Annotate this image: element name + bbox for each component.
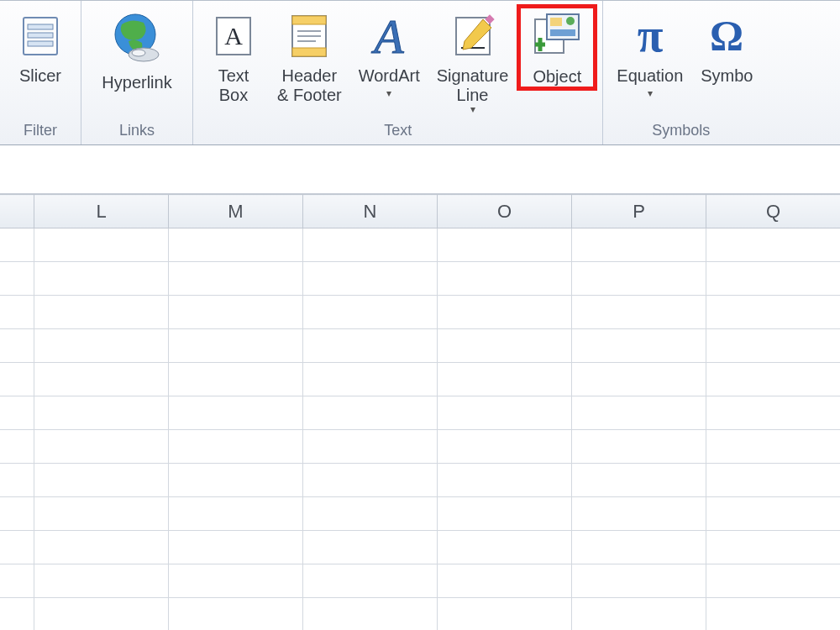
cell[interactable] — [303, 497, 438, 531]
cell[interactable] — [0, 464, 34, 497]
cell[interactable] — [438, 497, 572, 531]
cell[interactable] — [706, 363, 841, 396]
column-header[interactable]: M — [169, 195, 303, 228]
cell[interactable] — [438, 396, 572, 430]
object-button[interactable]: Object — [517, 4, 597, 91]
cell[interactable] — [303, 296, 438, 329]
cell[interactable] — [34, 228, 169, 262]
table-row[interactable] — [0, 329, 840, 363]
cell[interactable] — [0, 497, 34, 531]
cell[interactable] — [0, 329, 34, 363]
column-header[interactable] — [0, 195, 34, 228]
column-header[interactable]: L — [34, 195, 169, 228]
cell[interactable] — [0, 531, 34, 564]
cell[interactable] — [0, 564, 34, 598]
table-row[interactable] — [0, 564, 840, 598]
column-headers[interactable]: LMNOPQ — [0, 195, 840, 228]
cell[interactable] — [34, 329, 169, 363]
cell[interactable] — [169, 430, 303, 464]
cell[interactable] — [438, 296, 572, 329]
cell[interactable] — [303, 564, 438, 598]
cell[interactable] — [34, 464, 169, 497]
cell[interactable] — [706, 396, 841, 430]
symbol-button[interactable]: Ω Symbo — [691, 4, 753, 89]
hyperlink-button[interactable]: Hyperlink — [87, 4, 187, 96]
cell[interactable] — [34, 497, 169, 531]
table-row[interactable] — [0, 228, 840, 262]
cell[interactable] — [706, 464, 841, 497]
cell[interactable] — [169, 262, 303, 296]
table-row[interactable] — [0, 363, 840, 396]
cell[interactable] — [169, 497, 303, 531]
cell[interactable] — [34, 430, 169, 464]
cell[interactable] — [706, 228, 841, 262]
cell[interactable] — [169, 464, 303, 497]
cell[interactable] — [572, 296, 706, 329]
cell[interactable] — [572, 430, 706, 464]
cell[interactable] — [438, 598, 572, 631]
cell[interactable] — [169, 329, 303, 363]
cell[interactable] — [303, 396, 438, 430]
cell[interactable] — [169, 228, 303, 262]
cell[interactable] — [169, 396, 303, 430]
cell[interactable] — [438, 228, 572, 262]
cell[interactable] — [303, 329, 438, 363]
cell[interactable] — [169, 531, 303, 564]
cell[interactable] — [706, 329, 841, 363]
column-header[interactable]: Q — [706, 195, 841, 228]
cell[interactable] — [0, 598, 34, 631]
table-row[interactable] — [0, 430, 840, 464]
cell[interactable] — [438, 363, 572, 396]
cell[interactable] — [34, 363, 169, 396]
cell[interactable] — [34, 396, 169, 430]
cell[interactable] — [438, 531, 572, 564]
cell[interactable] — [438, 464, 572, 497]
cell[interactable] — [303, 430, 438, 464]
cell[interactable] — [0, 430, 34, 464]
cell[interactable] — [303, 262, 438, 296]
table-row[interactable] — [0, 262, 840, 296]
cell[interactable] — [34, 262, 169, 296]
cell[interactable] — [706, 262, 841, 296]
wordart-button[interactable]: A WordArt ▾ — [350, 4, 428, 102]
cell[interactable] — [572, 464, 706, 497]
cell[interactable] — [706, 430, 841, 464]
cell[interactable] — [706, 564, 841, 598]
cell[interactable] — [438, 564, 572, 598]
textbox-button[interactable]: A Text Box — [198, 4, 269, 108]
table-row[interactable] — [0, 296, 840, 329]
cell[interactable] — [572, 598, 706, 631]
cell[interactable] — [0, 296, 34, 329]
cell[interactable] — [572, 497, 706, 531]
cell[interactable] — [572, 228, 706, 262]
slicer-button[interactable]: Slicer — [5, 4, 76, 89]
cell[interactable] — [34, 531, 169, 564]
table-row[interactable] — [0, 497, 840, 531]
cell[interactable] — [303, 464, 438, 497]
cell[interactable] — [34, 598, 169, 631]
table-row[interactable] — [0, 464, 840, 497]
column-header[interactable]: O — [438, 195, 572, 228]
table-row[interactable] — [0, 531, 840, 564]
cell[interactable] — [169, 296, 303, 329]
table-row[interactable] — [0, 598, 840, 631]
cell[interactable] — [706, 598, 841, 631]
cell[interactable] — [438, 329, 572, 363]
cell[interactable] — [438, 262, 572, 296]
cell[interactable] — [169, 564, 303, 598]
signature-line-button[interactable]: Signature Line ▾ — [428, 4, 517, 118]
cell[interactable] — [303, 363, 438, 396]
cell[interactable] — [572, 396, 706, 430]
cell[interactable] — [572, 363, 706, 396]
cell[interactable] — [34, 296, 169, 329]
cell[interactable] — [303, 228, 438, 262]
header-footer-button[interactable]: Header & Footer — [269, 4, 350, 108]
cell[interactable] — [169, 598, 303, 631]
cell[interactable] — [438, 430, 572, 464]
column-header[interactable]: N — [303, 195, 438, 228]
cell[interactable] — [0, 396, 34, 430]
cell[interactable] — [706, 497, 841, 531]
cell[interactable] — [0, 363, 34, 396]
cell[interactable] — [169, 363, 303, 396]
cell[interactable] — [303, 531, 438, 564]
